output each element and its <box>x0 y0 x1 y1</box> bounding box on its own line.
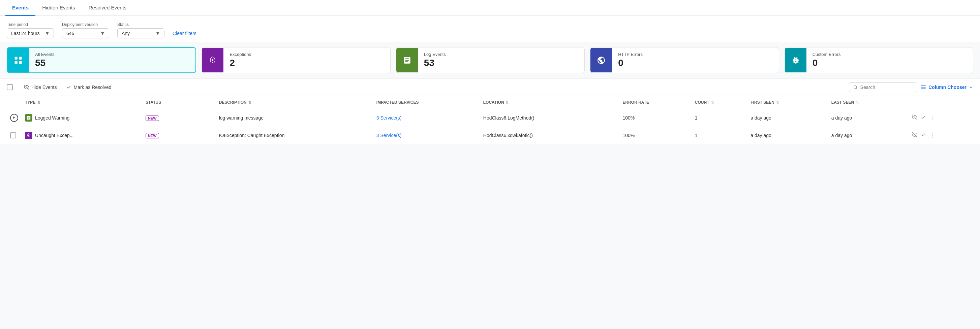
row1-resolve-icon[interactable] <box>921 114 926 121</box>
tab-hidden-events[interactable]: Hidden Events <box>35 0 82 16</box>
th-type[interactable]: TYPE ⇅ <box>22 96 142 109</box>
hide-events-label: Hide Events <box>31 84 57 90</box>
row1-services-link[interactable]: 3 Service(s) <box>376 115 402 121</box>
row1-last-seen-cell: a day ago <box>828 109 909 127</box>
row1-actions: ⋮ <box>912 114 970 121</box>
clear-filters-button[interactable]: Clear filters <box>173 31 196 36</box>
table-row: Uncaught Excep... NEW IOException: Caugh… <box>7 127 973 144</box>
row2-resolve-icon[interactable] <box>921 132 926 139</box>
row1-type: Logged Warning <box>25 114 139 122</box>
row2-services-link[interactable]: 3 Service(s) <box>376 133 402 138</box>
th-description-label: DESCRIPTION <box>219 100 247 105</box>
hide-events-button[interactable]: Hide Events <box>21 83 59 91</box>
th-last-seen-sort-icon: ⇅ <box>856 101 859 104</box>
card-custom-errors[interactable]: Custom Errors 0 <box>784 47 973 73</box>
row2-checkbox[interactable] <box>10 132 16 138</box>
cursor-icon <box>12 116 16 120</box>
th-count-label: COUNT <box>695 100 710 105</box>
th-last-seen[interactable]: LAST SEEN ⇅ <box>828 96 909 109</box>
row1-first-seen: a day ago <box>751 115 772 121</box>
deployment-version-filter: Deployment version 646 ▼ <box>62 22 109 38</box>
table-row: Logged Warning NEW log warning message 3… <box>7 109 973 127</box>
exceptions-label: Exceptions <box>229 52 251 57</box>
row1-more-icon[interactable]: ⋮ <box>929 115 935 121</box>
row2-more-icon[interactable]: ⋮ <box>929 132 935 139</box>
row1-checkbox[interactable] <box>10 114 18 122</box>
search-box[interactable] <box>849 82 916 92</box>
svg-line-5 <box>856 88 857 89</box>
mark-resolved-button[interactable]: Mark as Resolved <box>64 83 114 91</box>
th-first-seen[interactable]: FIRST SEEN ⇅ <box>747 96 828 109</box>
mark-resolved-label: Mark as Resolved <box>73 84 111 90</box>
hide-icon <box>24 84 29 90</box>
card-log-events[interactable]: Log Events 53 <box>396 47 585 73</box>
row2-desc-cell: IOException: Caught Exception <box>216 127 373 144</box>
card-all-events[interactable]: All Events 55 <box>7 47 196 73</box>
custom-errors-label: Custom Errors <box>813 52 841 57</box>
row1-hide-icon[interactable] <box>912 114 917 121</box>
custom-errors-content: Custom Errors 0 <box>807 48 847 72</box>
th-checkbox <box>7 96 22 109</box>
row2-description: IOException: Caught Exception <box>219 133 285 138</box>
th-count[interactable]: COUNT ⇅ <box>692 96 748 109</box>
row2-type: Uncaught Excep... <box>25 132 139 139</box>
toolbar-right: Column Chooser <box>849 82 973 92</box>
svg-rect-2 <box>15 61 18 64</box>
th-error-rate-label: ERROR RATE <box>622 100 649 105</box>
time-period-select[interactable]: Last 24 hours ▼ <box>7 28 54 38</box>
th-status-label: STATUS <box>146 100 161 105</box>
http-errors-count: 0 <box>618 57 643 68</box>
check-icon <box>66 84 72 90</box>
select-all-checkbox[interactable] <box>7 84 13 90</box>
tabs-bar: Events Hidden Events Resolved Events <box>0 0 980 16</box>
status-select[interactable]: Any ▼ <box>117 28 164 38</box>
deployment-version-value: 646 <box>67 31 74 36</box>
tab-events[interactable]: Events <box>5 0 35 16</box>
row1-description: log warning message <box>219 115 264 121</box>
row2-type-label: Uncaught Excep... <box>35 133 73 138</box>
deployment-version-chevron-icon: ▼ <box>100 31 105 36</box>
th-location-sort-icon: ⇅ <box>506 101 509 104</box>
th-location[interactable]: LOCATION ⇅ <box>480 96 619 109</box>
row2-count: 1 <box>695 133 698 138</box>
filters-bar: Time period Last 24 hours ▼ Deployment v… <box>0 16 980 42</box>
row2-error-rate-cell: 100% <box>619 127 691 144</box>
deployment-version-select[interactable]: 646 ▼ <box>62 28 109 38</box>
th-services-label: IMPACTED SERVICES <box>376 100 419 105</box>
row1-desc-cell: log warning message <box>216 109 373 127</box>
http-errors-label: HTTP Errors <box>618 52 643 57</box>
search-input[interactable] <box>861 84 912 90</box>
row1-count-cell: 1 <box>692 109 748 127</box>
th-type-sort-icon: ⇅ <box>37 101 40 104</box>
status-filter: Status Any ▼ <box>117 22 164 38</box>
th-error-rate: ERROR RATE <box>619 96 691 109</box>
th-desc-sort-icon: ⇅ <box>248 101 251 104</box>
custom-errors-icon <box>785 48 807 72</box>
row1-status-badge: NEW <box>146 116 159 121</box>
row2-hide-icon[interactable] <box>912 132 917 139</box>
row2-error-rate: 100% <box>622 133 635 138</box>
row1-type-cell: Logged Warning <box>22 109 142 127</box>
th-description[interactable]: DESCRIPTION ⇅ <box>216 96 373 109</box>
th-actions <box>908 96 973 109</box>
row2-count-cell: 1 <box>692 127 748 144</box>
card-exceptions[interactable]: Exceptions 2 <box>202 47 390 73</box>
row2-last-seen-cell: a day ago <box>828 127 909 144</box>
row2-type-cell: Uncaught Excep... <box>22 127 142 144</box>
card-http-errors[interactable]: HTTP Errors 0 <box>590 47 779 73</box>
deployment-version-label: Deployment version <box>62 22 109 27</box>
row2-services-cell: 3 Service(s) <box>373 127 480 144</box>
row1-location: HodClass6.LogMethod() <box>483 115 535 121</box>
all-events-label: All Events <box>35 52 55 57</box>
all-events-content: All Events 55 <box>29 48 60 72</box>
columns-icon <box>920 84 926 90</box>
svg-point-4 <box>854 86 857 88</box>
time-period-label: Time period <box>7 22 54 27</box>
summary-cards: All Events 55 Exceptions 2 Log Events 53… <box>0 42 980 78</box>
log-events-content: Log Events 53 <box>418 48 452 72</box>
column-chooser-button[interactable]: Column Chooser <box>920 84 973 90</box>
row2-location-cell: HodClass6.xqwkafotic() <box>480 127 619 144</box>
row2-last-seen: a day ago <box>831 133 852 138</box>
th-status: STATUS <box>142 96 216 109</box>
tab-resolved-events[interactable]: Resolved Events <box>82 0 134 16</box>
